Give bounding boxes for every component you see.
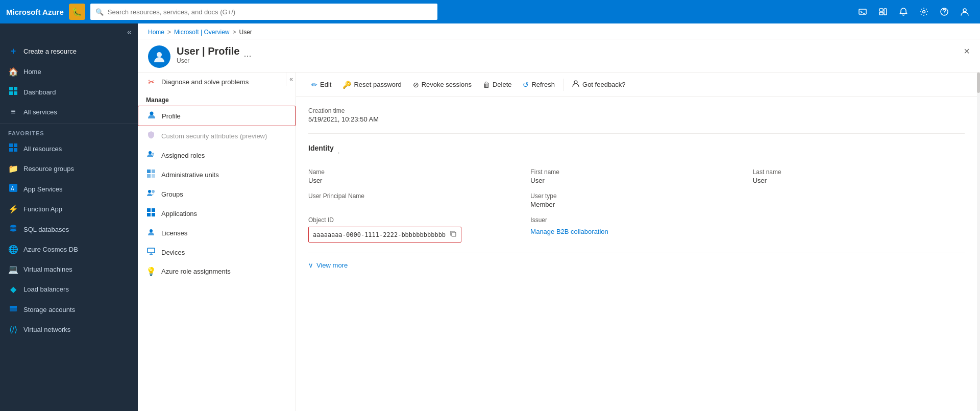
sidebar: « + Create a resource 🏠 Home Dashboard ≡… xyxy=(0,23,138,411)
licenses-icon xyxy=(146,228,156,238)
devices-icon xyxy=(146,247,156,257)
sub-panel-collapse-btn[interactable]: « xyxy=(286,72,296,86)
action-toolbar: ✏ Edit 🔑 Reset password ⊘ Revoke session… xyxy=(296,72,977,97)
azure-role-icon: 💡 xyxy=(146,267,156,276)
sub-nav-groups[interactable]: Groups xyxy=(138,184,296,204)
sidebar-item-function-app[interactable]: ⚡ Function App xyxy=(0,199,138,219)
sidebar-item-all-services[interactable]: ≡ All services xyxy=(0,102,138,122)
svg-point-33 xyxy=(152,190,155,193)
sidebar-item-cosmos-db[interactable]: 🌐 Azure Cosmos DB xyxy=(0,239,138,259)
sidebar-item-dashboard[interactable]: Dashboard xyxy=(0,82,138,102)
upn-label: User Principal Name xyxy=(308,192,520,200)
svg-rect-41 xyxy=(452,232,456,236)
sub-nav-assigned-roles[interactable]: Assigned roles xyxy=(138,146,296,165)
edit-button[interactable]: ✏ Edit xyxy=(306,78,336,92)
close-button[interactable]: × xyxy=(964,45,970,57)
groups-icon xyxy=(146,189,156,199)
all-services-icon: ≡ xyxy=(8,107,18,116)
settings-button[interactable] xyxy=(915,3,933,21)
svg-rect-28 xyxy=(147,170,151,173)
view-more-chevron: ∨ xyxy=(308,261,313,269)
svg-rect-4 xyxy=(884,9,887,15)
favorites-label: FAVORITES xyxy=(0,126,138,138)
svg-rect-37 xyxy=(152,213,155,216)
svg-point-40 xyxy=(574,81,577,84)
profile-button[interactable] xyxy=(955,3,974,21)
object-id-field: Object ID aaaaaaaa-0000-1111-2222-bbbbbb… xyxy=(308,216,520,243)
assigned-roles-icon xyxy=(146,150,156,160)
refresh-button[interactable]: ↺ Refresh xyxy=(518,78,560,92)
delete-button[interactable]: 🗑 Delete xyxy=(478,78,517,92)
directory-button[interactable] xyxy=(874,3,892,21)
diagnose-icon: ✂ xyxy=(146,77,156,87)
more-options-button[interactable]: ... xyxy=(243,49,251,59)
sidebar-item-create-resource[interactable]: + Create a resource xyxy=(0,41,138,62)
sidebar-item-sql-databases[interactable]: SQL databases xyxy=(0,219,138,239)
cloud-shell-button[interactable] xyxy=(853,3,872,21)
page-header-title: User | Profile User xyxy=(177,45,239,64)
search-icon: 🔍 xyxy=(95,8,104,16)
sub-nav-applications[interactable]: Applications xyxy=(138,204,296,223)
svg-point-25 xyxy=(150,112,154,115)
sub-nav-azure-role-assignments[interactable]: 💡 Azure role assignments xyxy=(138,262,296,281)
sub-nav-diagnose[interactable]: ✂ Diagnose and solve problems xyxy=(138,72,296,91)
breadcrumb-overview[interactable]: Microsoft | Overview xyxy=(174,29,229,36)
svg-rect-30 xyxy=(147,174,151,178)
content-area: « ✂ Diagnose and solve problems Manage xyxy=(138,72,980,411)
reset-password-button[interactable]: 🔑 Reset password xyxy=(337,78,406,92)
load-balancers-icon: ◆ xyxy=(8,284,18,294)
revoke-sessions-button[interactable]: ⊘ Revoke sessions xyxy=(408,78,477,92)
storage-accounts-icon xyxy=(8,304,18,315)
breadcrumb-sep-2: > xyxy=(233,29,236,36)
sub-nav-profile[interactable]: Profile xyxy=(138,106,296,126)
manage-b2b-link[interactable]: Manage B2B collaboration xyxy=(530,228,742,235)
sidebar-divider-1 xyxy=(0,124,138,124)
collapse-icon[interactable]: « xyxy=(127,28,132,37)
page-subtitle: User xyxy=(177,57,239,64)
sub-nav-licenses[interactable]: Licenses xyxy=(138,223,296,243)
sidebar-item-all-resources[interactable]: All resources xyxy=(0,138,138,159)
virtual-machines-icon: 💻 xyxy=(8,264,18,274)
sidebar-item-home[interactable]: 🏠 Home xyxy=(0,62,138,82)
svg-rect-3 xyxy=(879,12,883,15)
detail-scroll-content: Creation time 5/19/2021, 10:23:50 AM Ide… xyxy=(296,97,977,279)
sidebar-item-app-services[interactable]: A App Services xyxy=(0,179,138,199)
key-icon: 🔑 xyxy=(342,81,351,89)
svg-rect-2 xyxy=(879,9,883,11)
view-more-button[interactable]: ∨ View more xyxy=(308,253,965,269)
svg-rect-31 xyxy=(152,174,155,178)
sidebar-item-storage-accounts[interactable]: Storage accounts xyxy=(0,299,138,320)
sub-nav-devices[interactable]: Devices xyxy=(138,243,296,262)
search-input[interactable] xyxy=(108,8,432,16)
azure-icon[interactable]: 🐛 xyxy=(69,4,85,20)
help-button[interactable] xyxy=(935,3,953,21)
object-id-label: Object ID xyxy=(308,216,520,224)
topbar: Microsoft Azure 🐛 🔍 xyxy=(0,0,980,23)
notifications-button[interactable] xyxy=(894,3,913,21)
page-header-icon xyxy=(148,45,170,68)
feedback-button[interactable]: Got feedback? xyxy=(567,77,631,92)
home-icon: 🏠 xyxy=(8,67,18,77)
sidebar-item-load-balancers[interactable]: ◆ Load balancers xyxy=(0,279,138,299)
svg-rect-12 xyxy=(14,91,17,95)
sub-nav-administrative-units[interactable]: Administrative units xyxy=(138,165,296,184)
copy-object-id-button[interactable] xyxy=(450,230,457,239)
svg-point-26 xyxy=(149,151,152,154)
name-field: Name User xyxy=(308,168,520,184)
resource-groups-icon: 📁 xyxy=(8,164,18,174)
right-scrollbar[interactable] xyxy=(977,72,980,411)
svg-point-7 xyxy=(944,14,945,15)
user-type-label: User type xyxy=(530,192,742,200)
sub-nav-custom-security[interactable]: Custom security attributes (preview) xyxy=(138,126,296,146)
sql-databases-icon xyxy=(8,224,18,234)
sidebar-collapse[interactable]: « xyxy=(0,23,138,41)
empty-field-2 xyxy=(753,216,965,243)
sidebar-item-resource-groups[interactable]: 📁 Resource groups xyxy=(0,159,138,179)
main-content: Home > Microsoft | Overview > User User … xyxy=(138,23,980,411)
search-bar[interactable]: 🔍 xyxy=(90,4,437,20)
sidebar-item-virtual-networks[interactable]: ⟨/⟩ Virtual networks xyxy=(0,320,138,340)
svg-rect-13 xyxy=(9,143,13,147)
breadcrumb-home[interactable]: Home xyxy=(148,29,164,36)
sidebar-item-virtual-machines[interactable]: 💻 Virtual machines xyxy=(0,259,138,279)
svg-rect-39 xyxy=(148,248,155,253)
